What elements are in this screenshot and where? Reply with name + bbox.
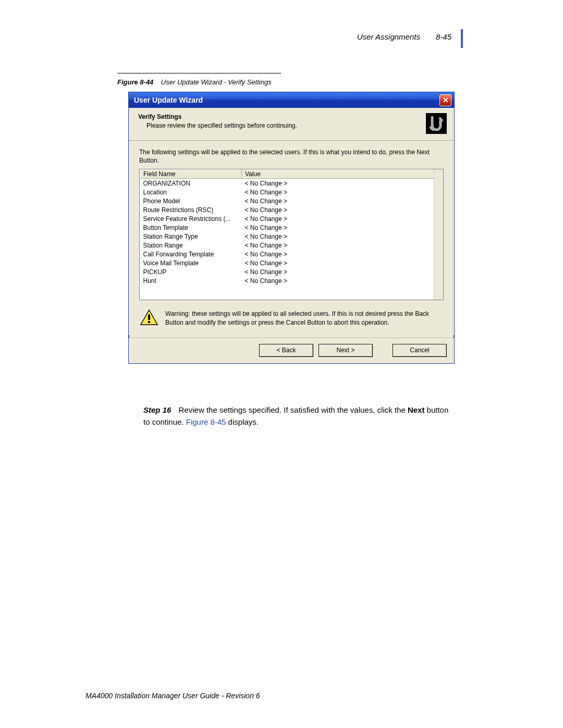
header-accent-bar [461, 29, 463, 48]
figure-reference-link[interactable]: Figure 8-45 [186, 417, 226, 426]
next-button[interactable]: Next > [319, 344, 373, 357]
close-icon: ✕ [443, 96, 449, 104]
page-number: 8-45 [436, 32, 451, 41]
dialog-title: User Update Wizard [134, 96, 203, 104]
close-button[interactable]: ✕ [439, 94, 451, 106]
wizard-logo-icon [426, 113, 447, 134]
step-label: Step 16 [143, 405, 171, 414]
page-footer: MA4000 Installation Manager User Guide -… [85, 692, 260, 700]
table-row[interactable]: Phone Model< No Change > [140, 196, 443, 205]
table-row[interactable]: Voice Mail Template< No Change > [140, 258, 443, 267]
svg-rect-1 [148, 314, 150, 320]
table-row[interactable]: ORGANIZATION< No Change > [140, 179, 443, 188]
col-field-name[interactable]: Field Name [140, 170, 242, 179]
section-name: User Assignments [357, 32, 420, 41]
back-button[interactable]: < Back [259, 344, 313, 357]
table-row[interactable]: Service Feature Restrictions (...< No Ch… [140, 214, 443, 223]
table-row[interactable]: Location< No Change > [140, 188, 443, 196]
figure-caption: Figure 8-44 User Update Wizard - Verify … [117, 78, 272, 86]
dialog-subheading: Please review the specified settings bef… [146, 122, 421, 129]
step-text-c: displays. [226, 417, 259, 426]
dialog-header-band: Verify Settings Please review the specif… [129, 108, 454, 141]
figure-rule [117, 73, 281, 73]
dialog-heading: Verify Settings [138, 113, 421, 120]
step-paragraph: Step 16 Review the settings specified. I… [143, 404, 451, 428]
step-next-bold: Next [408, 405, 425, 414]
col-value[interactable]: Value [242, 170, 443, 179]
dialog-button-row: < Back Next > Cancel [129, 339, 454, 363]
settings-table-wrap: Field Name Value ORGANIZATION< No Change… [139, 169, 444, 300]
dialog-titlebar[interactable]: User Update Wizard ✕ [129, 92, 454, 108]
table-row[interactable]: PICKUP< No Change > [140, 267, 443, 276]
table-row[interactable]: Station Range Type< No Change > [140, 232, 443, 241]
table-scrollbar[interactable] [434, 169, 443, 300]
wizard-dialog: User Update Wizard ✕ Verify Settings Ple… [128, 92, 455, 364]
page-header: User Assignments 8-45 [357, 32, 451, 41]
warning-text: Warning: these settings will be applied … [165, 310, 443, 326]
table-row[interactable]: Hunt< No Change > [140, 276, 443, 285]
dialog-intro-text: The following settings will be applied t… [139, 148, 444, 165]
table-row[interactable]: Station Range< No Change > [140, 241, 443, 250]
warning-row: Warning: these settings will be applied … [139, 307, 444, 329]
figure-number: Figure 8-44 [117, 78, 153, 86]
warning-icon [140, 310, 158, 325]
dialog-body: The following settings will be applied t… [129, 141, 454, 335]
settings-table: Field Name Value ORGANIZATION< No Change… [140, 169, 443, 285]
step-text-a: Review the settings specified. If satisf… [179, 405, 408, 414]
table-row[interactable]: Call Forwarding Template< No Change > [140, 250, 443, 258]
figure-title: User Update Wizard - Verify Settings [161, 78, 272, 86]
table-row[interactable]: Button Template< No Change > [140, 223, 443, 232]
cancel-button[interactable]: Cancel [393, 344, 447, 357]
svg-point-2 [148, 321, 151, 324]
table-row[interactable]: Route Restrictions (RSC)< No Change > [140, 205, 443, 214]
